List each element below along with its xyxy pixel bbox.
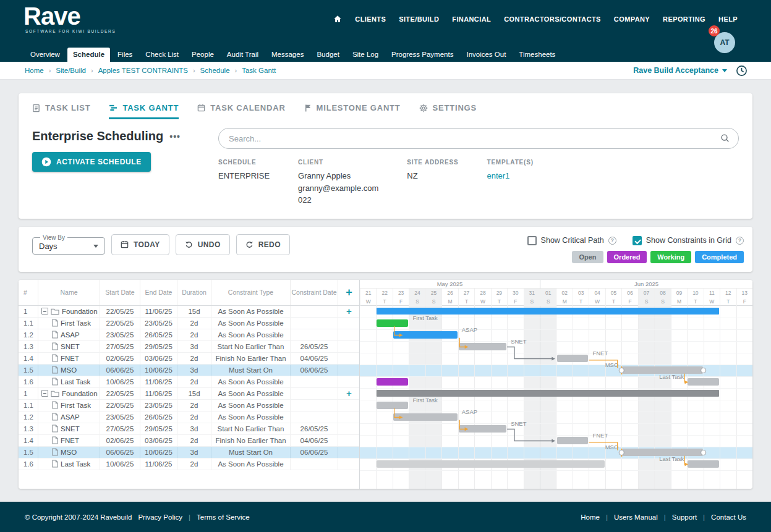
- add-task-button[interactable]: [346, 388, 352, 399]
- grid-row-1-foundation[interactable]: 1Foundation22/05/2511/06/2515dAs Soon As…: [19, 388, 359, 400]
- grid-row-1-6-last-task[interactable]: 1.6Last Task10/06/2511/06/252dAs Soon As…: [19, 376, 359, 388]
- gantt-bar[interactable]: [377, 402, 408, 409]
- footer-link-contact-us[interactable]: Contact Us: [711, 513, 746, 521]
- gantt-bar[interactable]: [377, 390, 719, 397]
- breadcrumb-item-task-gantt[interactable]: Task Gantt: [242, 67, 276, 74]
- gantt-bar[interactable]: [688, 378, 719, 386]
- grid-row-1-1-first-task[interactable]: 1.1First Task22/05/2523/05/252dAs Soon A…: [19, 318, 359, 329]
- grid-row-1-3-snet[interactable]: 1.3SNET27/05/2529/05/253dStart No Earlie…: [19, 423, 359, 435]
- footer-link-terms-of-service[interactable]: Terms of Service: [197, 513, 250, 521]
- subnav-item-budget[interactable]: Budget: [311, 48, 344, 62]
- breadcrumb-item-apples-test-contraints[interactable]: Apples TEST CONTRAINTS: [98, 67, 188, 74]
- add-column-button[interactable]: [338, 280, 360, 305]
- column-header-end-date[interactable]: End Date: [140, 280, 177, 305]
- today-button[interactable]: TODAY: [111, 234, 169, 255]
- environment-selector[interactable]: Rave Build Acceptance: [633, 66, 727, 75]
- subnav-item-messages[interactable]: Messages: [266, 48, 309, 62]
- grid-row-1-3-snet[interactable]: 1.3SNET27/05/2529/05/253dStart No Earlie…: [19, 341, 359, 353]
- search-icon[interactable]: [720, 133, 730, 143]
- more-options-icon[interactable]: [169, 132, 181, 141]
- search-input[interactable]: [218, 128, 739, 149]
- nav-item-help[interactable]: HELP: [718, 15, 738, 23]
- collapse-icon[interactable]: [41, 390, 48, 397]
- breadcrumb-item-home[interactable]: Home: [25, 67, 44, 74]
- nav-item-financial[interactable]: FINANCIAL: [452, 15, 491, 23]
- undo-button[interactable]: UNDO: [176, 234, 230, 255]
- footer-link-support[interactable]: Support: [672, 513, 697, 521]
- grid-row-1-6-last-task[interactable]: 1.6Last Task10/06/2511/06/252dAs Soon As…: [19, 458, 359, 470]
- gantt-bar[interactable]: [377, 319, 408, 327]
- tab-milestone-gantt[interactable]: MILESTONE GANTT: [304, 103, 401, 119]
- gantt-bar[interactable]: [377, 308, 719, 315]
- subnav-item-files[interactable]: Files: [112, 48, 138, 62]
- nav-item-clients[interactable]: CLIENTS: [355, 15, 386, 23]
- show-constraints-in-grid-checkbox[interactable]: Show Constraints in Grid: [633, 236, 744, 245]
- activate-schedule-button[interactable]: ACTIVATE SCHEDULE: [32, 152, 151, 172]
- tab-task-list[interactable]: TASK LIST: [32, 103, 90, 119]
- grid-row-1-4-fnet[interactable]: 1.4FNET02/06/2503/06/252dFinish No Earli…: [19, 435, 359, 447]
- gantt-bar[interactable]: [377, 460, 604, 468]
- tab-task-calendar[interactable]: TASK CALENDAR: [197, 103, 285, 119]
- grid-row-1-2-asap[interactable]: 1.2ASAP23/05/2526/05/252dAs Soon As Poss…: [19, 412, 359, 423]
- breadcrumb-item-schedule[interactable]: Schedule: [200, 67, 230, 74]
- nav-item-home[interactable]: [333, 15, 342, 23]
- gantt-bar[interactable]: [459, 425, 506, 433]
- grid-row-1-1-first-task[interactable]: 1.1First Task22/05/2523/05/252dAs Soon A…: [19, 400, 359, 412]
- nav-item-reporting[interactable]: REPORTING: [663, 15, 705, 23]
- subnav-item-overview[interactable]: Overview: [25, 48, 66, 62]
- column-header-duration[interactable]: Duration: [177, 280, 211, 305]
- subnav-item-audit-trail[interactable]: Audit Trail: [221, 48, 264, 62]
- legend-ordered-chip[interactable]: Ordered: [607, 251, 647, 263]
- subnav-item-schedule[interactable]: Schedule: [67, 48, 110, 62]
- legend-working-chip[interactable]: Working: [650, 251, 691, 263]
- grid-row-1-4-fnet[interactable]: 1.4FNET02/06/2503/06/252dFinish No Earli…: [19, 353, 359, 365]
- row-number: 1.1: [19, 400, 38, 411]
- subnav-item-check-list[interactable]: Check List: [140, 48, 184, 62]
- gantt-bar[interactable]: [557, 437, 589, 444]
- task-name-cell: FNET: [38, 435, 100, 446]
- subnav-item-invoices-out[interactable]: Invoices Out: [461, 48, 511, 62]
- duration-cell: 15d: [177, 388, 211, 399]
- rave-logo[interactable]: Rave SOFTWARE FOR KIWI BUILDERS: [23, 4, 116, 33]
- tab-settings[interactable]: SETTINGS: [419, 103, 477, 119]
- gantt-bar[interactable]: [688, 460, 719, 468]
- grid-row-1-2-asap[interactable]: 1.2ASAP23/05/2526/05/252dAs Soon As Poss…: [19, 329, 359, 341]
- show-critical-path-checkbox[interactable]: Show Critical Path: [527, 236, 616, 245]
- column-header-name[interactable]: Name: [38, 280, 100, 305]
- subnav-item-site-log[interactable]: Site Log: [347, 48, 384, 62]
- nav-item-contractors-contacts[interactable]: CONTRACTORS/CONTACTS: [504, 15, 601, 23]
- footer-link-privacy-policy[interactable]: Privacy Policy: [138, 513, 182, 521]
- clock-icon[interactable]: [736, 65, 748, 77]
- footer-link-users-manual[interactable]: Users Manual: [614, 513, 658, 521]
- notification-badge[interactable]: 26: [709, 25, 720, 36]
- column-header-constraint-date[interactable]: Constraint Date: [291, 280, 338, 305]
- grid-row-1-5-mso[interactable]: 1.5MSO06/06/2510/06/253dMust Start On06/…: [19, 365, 359, 376]
- legend-completed-chip[interactable]: Completed: [695, 251, 744, 263]
- gantt-bar[interactable]: [393, 413, 458, 421]
- subnav-item-progress-payments[interactable]: Progress Payments: [386, 48, 459, 62]
- subnav-item-timesheets[interactable]: Timesheets: [513, 48, 561, 62]
- nav-item-company[interactable]: COMPANY: [614, 15, 650, 23]
- tl-body[interactable]: First TaskASAPSNETFNETMSOLast TaskFirst …: [360, 306, 752, 489]
- column-header-constraint-type[interactable]: Constraint Type: [211, 280, 291, 305]
- user-menu[interactable]: 26 AT: [714, 32, 735, 53]
- gantt-bar[interactable]: [557, 355, 589, 362]
- nav-item-site-build[interactable]: SITE/BUILD: [399, 15, 439, 23]
- view-by-select[interactable]: View By Days: [32, 234, 105, 255]
- redo-button[interactable]: REDO: [236, 234, 290, 255]
- gantt-bar[interactable]: [393, 331, 458, 339]
- add-task-button[interactable]: [346, 306, 352, 316]
- tab-task-gantt[interactable]: TASK GANTT: [109, 103, 179, 119]
- grid-row-1-foundation[interactable]: 1Foundation22/05/2511/06/2515dAs Soon As…: [19, 306, 359, 318]
- subnav-item-people[interactable]: People: [186, 48, 219, 62]
- grid-row-1-5-mso[interactable]: 1.5MSO06/06/2510/06/253dMust Start On06/…: [19, 447, 359, 458]
- gantt-bar[interactable]: [459, 343, 506, 350]
- column-header-start-date[interactable]: Start Date: [100, 280, 140, 305]
- template-link[interactable]: enter1: [487, 170, 533, 182]
- legend-open-chip[interactable]: Open: [572, 251, 603, 263]
- footer-link-home[interactable]: Home: [581, 513, 600, 521]
- collapse-icon[interactable]: [41, 308, 48, 315]
- breadcrumb-item-site-build[interactable]: Site/Build: [56, 67, 86, 74]
- gantt-bar[interactable]: [377, 378, 408, 386]
- column-header-num[interactable]: #: [19, 280, 38, 305]
